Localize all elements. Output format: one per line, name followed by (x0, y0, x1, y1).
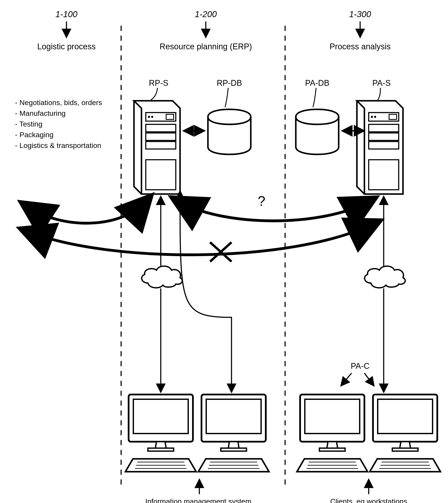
pa-db-icon (296, 109, 339, 154)
title-middle: Resource planning (ERP) (160, 42, 252, 51)
workstation-icon (125, 394, 196, 472)
workstation-icon (198, 394, 269, 472)
diagram-canvas: 1-100 Logistic process 1-200 Resource pl… (0, 0, 448, 503)
workstation-icon (370, 394, 441, 472)
cross-icon (210, 242, 231, 261)
title-right: Process analysis (329, 42, 391, 51)
rp-db-label: RP-DB (217, 79, 242, 87)
bullet-4: - Logistics & transportation (15, 141, 101, 149)
bullet-1: - Manufacturing (15, 109, 65, 117)
rp-server-icon (134, 101, 180, 194)
bullet-3: - Packaging (15, 130, 54, 139)
pa-server-icon (357, 101, 403, 194)
arrow-logistics-pa-cross (28, 224, 373, 261)
rp-db-icon (208, 109, 251, 154)
callout-left: 1-100 (56, 9, 77, 19)
network-middle (142, 191, 231, 392)
bottom-right-line1: Clients, eg workstations (330, 497, 407, 503)
callout-middle: 1-200 (195, 9, 217, 19)
arrow-erp-pa-question: ? (179, 194, 369, 221)
svg-line-25 (341, 373, 352, 386)
process-bullets: - Negotiations, bids, orders - Manufactu… (15, 98, 102, 149)
arrow-logistics-erp (28, 202, 146, 223)
callout-right: 1-300 (349, 9, 371, 19)
bullet-2: - Testing (15, 120, 42, 128)
pa-s-label: PA-S (372, 79, 391, 87)
rp-s-label: RP-S (149, 79, 168, 87)
cloud-icon-middle (142, 266, 182, 288)
question-mark: ? (258, 194, 265, 209)
pa-db-label: PA-DB (305, 79, 329, 87)
bottom-middle-line1: Information management system, (145, 497, 254, 503)
rp-block: RP-S RP-DB (134, 79, 251, 194)
column-header-left: 1-100 Logistic process (37, 9, 96, 51)
bottom-label-middle: Information management system, eg ERP sy… (145, 479, 254, 503)
cloud-icon-right (365, 266, 405, 288)
bullet-0: - Negotiations, bids, orders (15, 98, 102, 107)
pa-block: PA-DB PA-S (296, 79, 403, 194)
workstation-icon (297, 394, 368, 472)
title-left: Logistic process (37, 42, 96, 51)
column-header-right: 1-300 Process analysis (329, 9, 391, 51)
pa-c-label: PA-C (351, 361, 369, 371)
pa-c-callout: PA-C (341, 361, 374, 386)
bottom-label-right: Clients, eg workstations or other proces… (330, 479, 407, 503)
svg-line-26 (364, 373, 374, 386)
column-header-middle: 1-200 Resource planning (ERP) (160, 9, 252, 51)
